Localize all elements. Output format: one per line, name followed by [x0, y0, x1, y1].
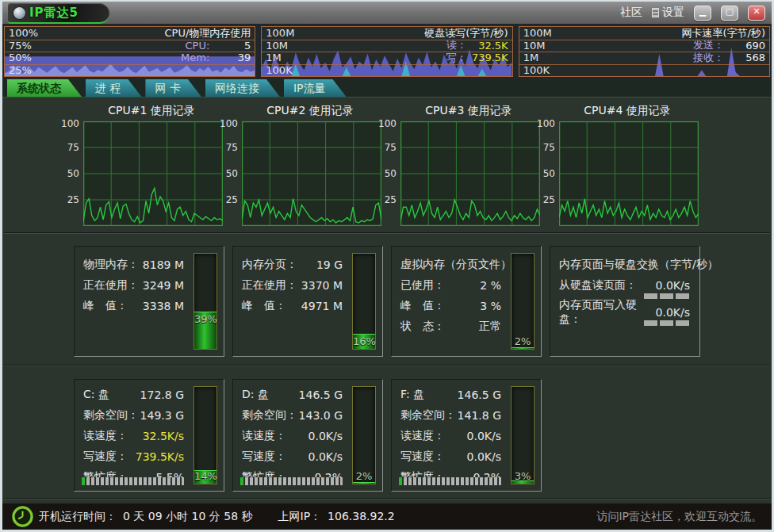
close-button[interactable]: ✕	[748, 6, 765, 21]
field-label: C: 盘	[83, 388, 109, 402]
cpu1-history-chart: CPU#1 使用记录 100 75 50 25	[59, 104, 223, 226]
tab-bar: 系统状态 进 程 网 卡 网络连接 IP流量	[2, 79, 772, 98]
cpu-usage-plot	[242, 121, 381, 226]
cpu-chart-title: CPU#4 使用记录	[535, 104, 699, 121]
network-minichart: 100M网卡速率(字节/秒) 10M发送：690 1M接收：568 100K	[519, 26, 770, 77]
field-label: 写速度：	[400, 450, 445, 464]
top-charts-row: 100%CPU/物理内存使用 75%CPU:5 50%Mem:39 25% 10…	[2, 24, 772, 79]
cpu-chart-title: CPU#1 使用记录	[59, 104, 223, 121]
field-value: 739.5K/s	[136, 450, 184, 463]
field-value: 0.0K/s	[308, 450, 343, 463]
field-value: 正常	[479, 320, 501, 334]
cpu4-history-chart: CPU#4 使用记录 100 75 50 25	[535, 104, 699, 226]
memory-usage-gauge: 39%	[194, 253, 217, 350]
field-value: 0.0K/s	[656, 279, 690, 292]
field-value: 172.8 G	[140, 388, 184, 401]
field-label: 正在使用：	[242, 278, 297, 293]
stat-value: 32.5K	[472, 40, 508, 52]
scale-tick: 50%	[9, 52, 32, 63]
cpu-usage-plot	[400, 121, 540, 226]
minimize-icon: ▁	[699, 6, 706, 18]
field-value: 149.3 G	[140, 409, 184, 422]
app-title: IP雷达5	[29, 6, 79, 21]
y-axis-labels: 100 75 50 25	[218, 121, 242, 226]
stat-label: 接收：	[693, 51, 724, 65]
stat-label: CPU:	[186, 40, 210, 52]
scale-tick: 25%	[9, 64, 32, 76]
scale-tick: 10M	[266, 40, 288, 52]
field-label: 峰 值：	[83, 299, 128, 313]
field-label: 内存页面写入硬盘：	[559, 298, 656, 327]
field-value: 0.0K/s	[308, 430, 343, 442]
scale-tick: 100%	[9, 27, 38, 39]
field-label: 读速度：	[83, 429, 128, 443]
disk-d-panel: D: 盘146.5 G 剩余空间：143.0 G 读速度：0.0K/s 写速度：…	[232, 379, 383, 492]
field-value: 141.8 G	[458, 409, 501, 422]
scale-tick: 75%	[9, 40, 32, 52]
field-label: 状 态：	[400, 320, 445, 334]
field-value: 146.5 G	[299, 388, 343, 401]
tab-network-connections[interactable]: 网络连接	[205, 79, 280, 97]
maximize-button[interactable]: ▢	[721, 6, 738, 21]
y-axis-labels: 100 75 50 25	[377, 121, 400, 226]
scale-tick: 100K	[266, 64, 292, 76]
field-label: 从硬盘读页面：	[559, 278, 637, 293]
field-value: 8189 M	[143, 258, 184, 271]
status-bar: 开机运行时间： 0 天 09 小时 10 分 58 秒 上网IP： 106.38…	[2, 503, 772, 530]
field-label: 正在使用：	[83, 278, 139, 293]
y-axis-labels: 100 75 50 25	[59, 121, 83, 226]
scale-tick: 1M	[523, 52, 539, 63]
scale-tick: 1M	[266, 52, 282, 63]
field-label: 峰 值：	[242, 299, 286, 313]
virtual-memory-gauge: 2%	[511, 253, 535, 350]
chart-title: CPU/物理内存使用	[165, 26, 251, 40]
stat-value: 739.5K	[472, 52, 508, 63]
tab-system-status[interactable]: 系统状态	[7, 79, 82, 97]
field-label: 物理内存：	[83, 258, 139, 272]
settings-button[interactable]: 设置	[652, 6, 684, 20]
stat-value: 690	[729, 40, 765, 52]
field-value: 3338 M	[143, 300, 184, 312]
community-message[interactable]: 访问IP雷达社区，欢迎互动交流。	[596, 510, 762, 524]
stat-label: Mem:	[181, 52, 209, 63]
disk-busy-meter	[399, 477, 501, 485]
field-value: 4971 M	[301, 300, 343, 312]
radar-globe-icon	[13, 7, 25, 19]
disk-c-panel: C: 盘172.8 G 剩余空间：149.3 G 读速度：32.5K/s 写速度…	[74, 379, 224, 492]
scale-tick: 10M	[523, 40, 546, 52]
minimize-button[interactable]: ▁	[694, 6, 711, 21]
section-divider	[4, 365, 770, 366]
maximize-icon: ▢	[726, 6, 734, 18]
community-link[interactable]: 社区	[620, 6, 642, 20]
tab-processes[interactable]: 进 程	[86, 79, 141, 97]
field-label: 剩余空间：	[83, 408, 139, 423]
tab-ip-traffic[interactable]: IP流量	[284, 79, 347, 97]
section-divider	[4, 232, 770, 234]
physical-memory-panel: 物理内存：8189 M 正在使用：3249 M 峰 值：3338 M 39%	[74, 246, 224, 357]
virtual-memory-panel: 虚拟内存（分页文件） 已使用：2 % 峰 值：3 % 状 态：正常 2%	[391, 246, 542, 357]
disk-busy-meter	[240, 477, 343, 485]
field-value: 0.0K/s	[656, 306, 690, 319]
field-label: 已使用：	[400, 278, 445, 293]
title-bar: IP雷达5 社区 设置 ▁ ▢ ✕	[2, 2, 772, 24]
disk-io-minichart: 100M硬盘读写(字节/秒) 10M读：32.5K 1M写：739.5K 100…	[261, 26, 512, 77]
disk-usage-gauge: 3%	[511, 386, 535, 484]
disk-f-panel: F: 盘146.5 G 剩余空间：141.8 G 读速度：0.0K/s 写速度：…	[391, 379, 542, 492]
field-value: 3370 M	[301, 279, 343, 292]
field-value: 3249 M	[143, 279, 184, 292]
field-label: F: 盘	[400, 388, 424, 402]
memory-paging-panel: 内存分页：19 G 正在使用：3370 M 峰 值：4971 M 16%	[232, 246, 383, 357]
cpu2-history-chart: CPU#2 使用记录 100 75 50 25	[218, 104, 381, 226]
tab-network-card[interactable]: 网 卡	[145, 79, 201, 97]
scale-tick: 100M	[523, 27, 552, 39]
field-label: 写速度：	[242, 450, 286, 464]
panel-header: 虚拟内存（分页文件）	[400, 255, 501, 275]
field-label: 读速度：	[242, 429, 286, 443]
field-label: 内存分页：	[242, 258, 297, 272]
disk-usage-gauge: 14%	[194, 386, 217, 484]
field-label: 剩余空间：	[400, 408, 456, 423]
disk-busy-meter	[82, 477, 184, 485]
cpu3-history-chart: CPU#3 使用记录 100 75 50 25	[377, 104, 540, 226]
page-swap-panel: 内存页面与硬盘交换（字节/秒） 从硬盘读页面：0.0K/s 内存页面写入硬盘：0…	[550, 246, 700, 357]
uptime-label: 开机运行时间：	[39, 510, 117, 524]
